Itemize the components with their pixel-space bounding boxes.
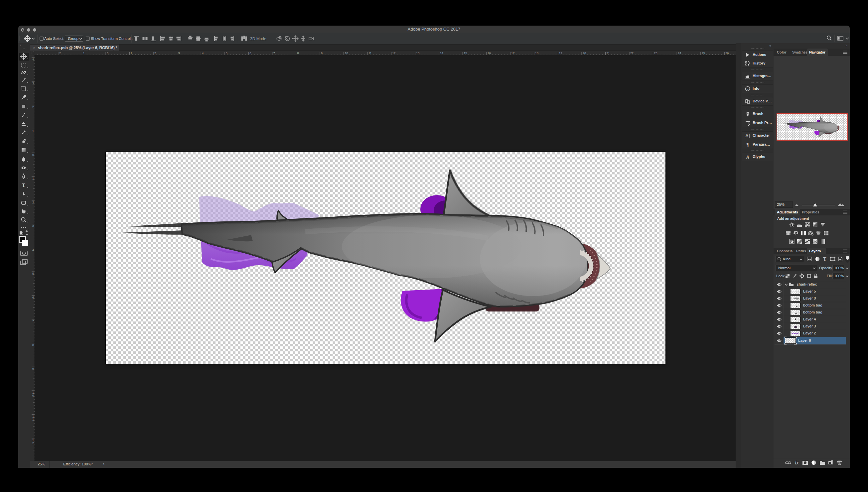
svg-text:3: 3 — [32, 224, 34, 228]
svg-text:1: 1 — [32, 129, 34, 133]
svg-text:2: 2 — [154, 51, 156, 55]
svg-text:1: 1 — [83, 51, 85, 55]
svg-text:0: 0 — [107, 51, 108, 55]
svg-text:0: 0 — [32, 153, 34, 156]
svg-text:6: 6 — [249, 51, 251, 55]
svg-text:6: 6 — [32, 296, 34, 299]
svg-text:1: 1 — [131, 51, 132, 55]
svg-text:5: 5 — [226, 51, 227, 55]
svg-text:16: 16 — [487, 51, 491, 55]
svg-text:7: 7 — [32, 319, 34, 323]
svg-text:8: 8 — [297, 51, 299, 55]
svg-text:22: 22 — [630, 51, 633, 55]
svg-text:13: 13 — [416, 51, 419, 55]
svg-text:0: 0 — [32, 394, 34, 397]
svg-text:14: 14 — [440, 51, 443, 55]
svg-text:2: 2 — [32, 201, 34, 204]
svg-text:8: 8 — [32, 343, 34, 347]
svg-text:25: 25 — [702, 51, 705, 55]
svg-text:4: 4 — [202, 51, 203, 55]
svg-text:T: T — [823, 256, 826, 262]
svg-text:2: 2 — [32, 441, 34, 445]
svg-text:fx: fx — [795, 460, 799, 465]
svg-text:1: 1 — [32, 177, 34, 180]
svg-text:26: 26 — [725, 51, 729, 55]
svg-text:17: 17 — [511, 51, 514, 55]
svg-text:A: A — [745, 133, 749, 138]
svg-text:18: 18 — [535, 51, 538, 55]
svg-text:23: 23 — [654, 51, 657, 55]
svg-text:5: 5 — [32, 272, 34, 275]
svg-text:10: 10 — [345, 51, 348, 55]
svg-text:7: 7 — [273, 51, 275, 55]
svg-text:T: T — [22, 182, 25, 188]
svg-text:9: 9 — [321, 51, 322, 55]
svg-text:3: 3 — [32, 82, 34, 85]
svg-text:19: 19 — [559, 51, 562, 55]
svg-text:1: 1 — [32, 418, 34, 421]
svg-text:11: 11 — [368, 51, 371, 55]
svg-text:24: 24 — [678, 51, 681, 55]
svg-text:9: 9 — [32, 367, 34, 370]
svg-text:4: 4 — [32, 248, 34, 252]
svg-text:20: 20 — [583, 51, 586, 55]
svg-text:2: 2 — [32, 105, 34, 109]
svg-text:¶: ¶ — [747, 142, 749, 147]
svg-text:12: 12 — [392, 51, 396, 55]
svg-text:A: A — [746, 154, 749, 159]
svg-text:3: 3 — [178, 51, 180, 55]
svg-text:i: i — [747, 88, 748, 91]
svg-text:4: 4 — [32, 58, 34, 61]
svg-text:21: 21 — [607, 51, 610, 55]
svg-text:15: 15 — [464, 51, 467, 55]
svg-text:2: 2 — [59, 51, 61, 55]
